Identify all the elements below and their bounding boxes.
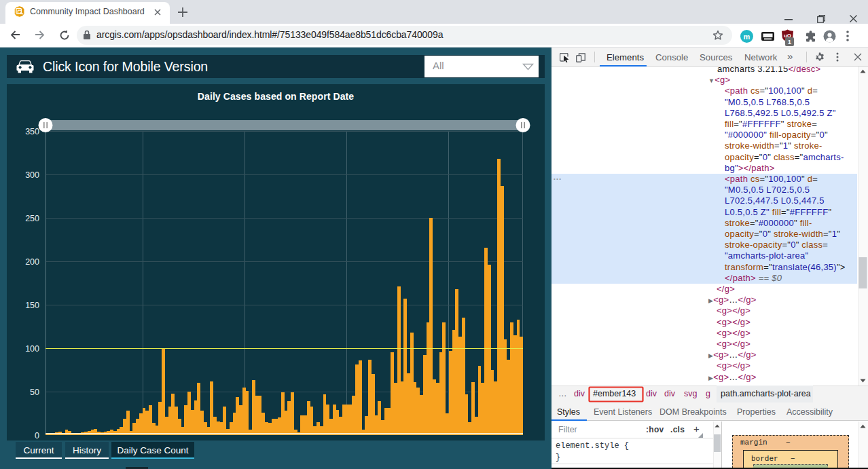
svg-text:100: 100 (25, 344, 39, 354)
svg-text:350: 350 (25, 127, 39, 136)
svg-text:m: m (744, 33, 751, 41)
svg-text:200: 200 (25, 257, 39, 267)
svg-text:50: 50 (30, 388, 39, 397)
svg-text:250: 250 (25, 214, 39, 223)
svg-text:0: 0 (35, 431, 39, 440)
svg-text:300: 300 (25, 170, 39, 180)
svg-text:1: 1 (788, 38, 792, 45)
svg-text:150: 150 (25, 301, 39, 310)
